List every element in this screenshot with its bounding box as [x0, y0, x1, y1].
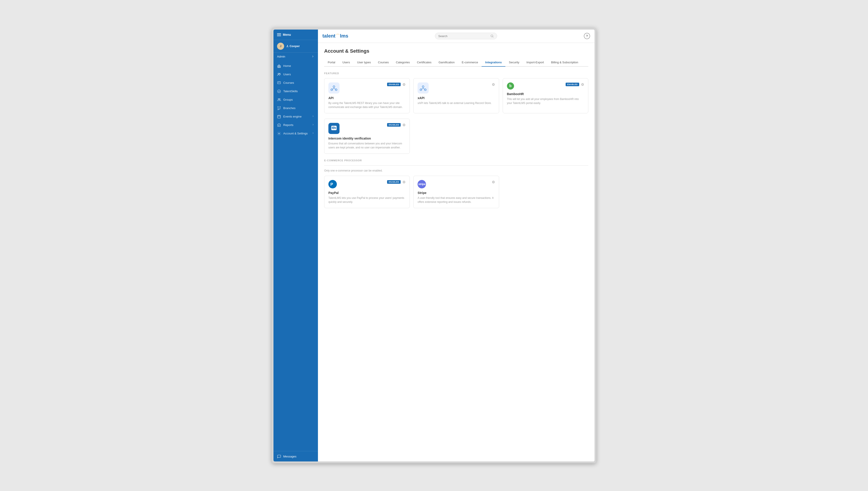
- svg-point-14: [491, 35, 493, 37]
- tab-certificates[interactable]: Certificates: [413, 58, 435, 67]
- tab-gamification[interactable]: Gamification: [435, 58, 458, 67]
- sidebar-item-settings[interactable]: Account & Settings: [273, 129, 318, 138]
- settings-arrow: [312, 132, 315, 135]
- reports-icon: [277, 123, 281, 127]
- sidebar-item-events-label: Events engine: [283, 115, 301, 118]
- xapi-card-header: ⚙: [417, 82, 495, 93]
- sidebar-item-talentskills-label: TalentSkills: [283, 90, 298, 93]
- api-gear-button[interactable]: ⚙: [402, 82, 406, 87]
- api-card[interactable]: ENABLED ⚙ API By using the TalentLMS RES…: [324, 78, 410, 113]
- sidebar-nav: Home Users Courses TalentSkills: [273, 60, 318, 451]
- tab-portal[interactable]: Portal: [324, 58, 339, 67]
- search-bar[interactable]: [435, 33, 497, 39]
- paypal-logo-svg: P: [330, 181, 335, 187]
- home-icon: [277, 64, 281, 68]
- courses-icon: [277, 81, 281, 85]
- sidebar-item-talentskills[interactable]: TalentSkills: [273, 87, 318, 95]
- api-icon: [328, 82, 340, 93]
- chevron-right-icon: [311, 55, 315, 58]
- logo-talent: talent: [322, 33, 335, 39]
- page-title: Account & Settings: [324, 48, 588, 54]
- api-enabled-badge: ENABLED: [387, 83, 401, 86]
- ecommerce-section: E-COMMERCE PROCESSOR Only one e-commerce…: [324, 159, 588, 208]
- tab-importexport[interactable]: Import-Export: [523, 58, 548, 67]
- tab-security[interactable]: Security: [505, 58, 523, 67]
- api-card-desc: By using the TalentLMS REST library you …: [328, 101, 406, 109]
- intercom-card-title: Intercom identity verification: [328, 137, 406, 140]
- api-badges: ENABLED ⚙: [387, 82, 406, 87]
- admin-toggle[interactable]: Admin: [273, 53, 318, 60]
- intercom-gear-button[interactable]: ⚙: [402, 123, 406, 127]
- tab-usertypes[interactable]: User types: [354, 58, 374, 67]
- paypal-card-desc: TalentLMS lets you use PayPal to process…: [328, 196, 406, 204]
- svg-point-18: [422, 86, 424, 88]
- stripe-gear-button[interactable]: ⚙: [492, 180, 495, 184]
- messages-icon: [277, 454, 281, 458]
- paypal-gear-button[interactable]: ⚙: [402, 180, 406, 184]
- menu-label: Menu: [283, 33, 291, 36]
- bamboohr-card[interactable]: b ENABLED ⚙ BambooHR This will let you a…: [503, 78, 588, 113]
- stripe-card-title: Stripe: [417, 191, 495, 195]
- sidebar-item-users-label: Users: [283, 73, 291, 76]
- intercom-card-desc: Ensures that all conversations between y…: [328, 142, 406, 149]
- svg-rect-12: [277, 115, 280, 118]
- svg-point-4: [279, 73, 280, 74]
- logo-lms: lms: [340, 33, 348, 39]
- sidebar-item-groups-label: Groups: [283, 98, 293, 101]
- api-card-header: ENABLED ⚙: [328, 82, 406, 93]
- paypal-card-title: PayPal: [328, 191, 406, 195]
- sidebar-item-branches[interactable]: Branches: [273, 104, 318, 112]
- svg-point-7: [278, 98, 279, 99]
- sidebar-item-reports-label: Reports: [283, 123, 294, 127]
- svg-rect-25: [335, 127, 336, 129]
- svg-point-3: [278, 73, 279, 74]
- svg-rect-24: [334, 127, 335, 129]
- intercom-badges: ENABLED ⚙: [387, 123, 406, 127]
- bamboohr-card-title: BambooHR: [507, 92, 584, 96]
- sidebar-messages[interactable]: Messages: [273, 451, 318, 461]
- paypal-card-header: P ENABLED ⚙: [328, 180, 406, 189]
- svg-point-10: [278, 109, 278, 110]
- paypal-badges: ENABLED ⚙: [387, 180, 406, 184]
- stripe-card[interactable]: stripe ⚙ Stripe A user-friendly tool tha…: [413, 176, 499, 208]
- menu-button[interactable]: Menu: [273, 30, 318, 40]
- xapi-gear-button[interactable]: ⚙: [492, 82, 495, 87]
- sidebar-item-reports[interactable]: Reports: [273, 121, 318, 129]
- tab-ecommerce[interactable]: E-commerce: [458, 58, 482, 67]
- ecommerce-label: E-COMMERCE PROCESSOR: [324, 159, 588, 162]
- sidebar-item-courses[interactable]: Courses: [273, 79, 318, 87]
- bamboohr-card-desc: This will let you add all your employees…: [507, 97, 584, 105]
- tab-integrations[interactable]: Integrations: [482, 58, 505, 67]
- xapi-card[interactable]: ⚙ xAPI xAPI lets TalentLMS talk to an ex…: [413, 78, 499, 113]
- paypal-card[interactable]: P ENABLED ⚙ PayPal TalentLMS lets you us…: [324, 176, 410, 208]
- stripe-badges: ⚙: [492, 180, 495, 184]
- reports-arrow: [312, 123, 315, 127]
- intercom-icon: [328, 123, 340, 134]
- search-input[interactable]: [438, 34, 488, 38]
- hamburger-icon: [277, 33, 281, 37]
- settings-icon: [277, 132, 281, 136]
- sidebar-item-home-label: Home: [283, 64, 291, 67]
- main-content: talent ⌒ lms ? Account & Settings Portal: [318, 30, 595, 462]
- help-button[interactable]: ?: [584, 33, 590, 39]
- avatar: J: [277, 42, 284, 50]
- tabs-bar: Portal Users User types Courses Categori…: [324, 58, 588, 67]
- sidebar-item-courses-label: Courses: [283, 81, 294, 84]
- user-profile[interactable]: J J. Cooper: [273, 40, 318, 53]
- sidebar-item-home[interactable]: Home: [273, 62, 318, 70]
- chevron-right-icon: [312, 115, 315, 118]
- bamboohr-enabled-badge: ENABLED: [566, 83, 579, 86]
- intercom-logo: [331, 125, 337, 132]
- xapi-card-title: xAPI: [417, 96, 495, 100]
- featured-cards-row2: ENABLED ⚙ Intercom identity verification…: [324, 119, 588, 154]
- tab-courses[interactable]: Courses: [374, 58, 392, 67]
- sidebar-item-groups[interactable]: Groups: [273, 95, 318, 104]
- bamboohr-gear-button[interactable]: ⚙: [581, 82, 584, 87]
- sidebar-item-events[interactable]: Events engine: [273, 112, 318, 121]
- tab-billing[interactable]: Billing & Subscription: [547, 58, 581, 67]
- svg-point-8: [279, 98, 280, 99]
- sidebar-item-users[interactable]: Users: [273, 70, 318, 79]
- intercom-card[interactable]: ENABLED ⚙ Intercom identity verification…: [324, 119, 410, 154]
- tab-categories[interactable]: Categories: [392, 58, 413, 67]
- tab-users[interactable]: Users: [339, 58, 354, 67]
